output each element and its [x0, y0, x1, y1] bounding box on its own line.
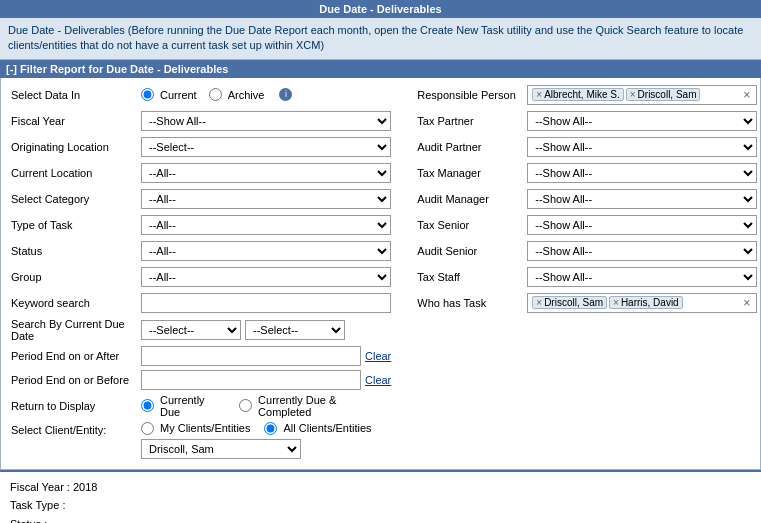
audit-partner-input[interactable]: --Show All-- [527, 137, 757, 157]
client-entity-select[interactable]: Driscoll, Sam [141, 439, 301, 459]
tax-manager-input[interactable]: --Show All-- [527, 163, 757, 183]
return-to-display-label: Return to Display [11, 400, 141, 412]
audit-senior-select[interactable]: --Show All-- [527, 241, 757, 261]
tax-partner-input[interactable]: --Show All-- [527, 111, 757, 131]
keyword-search-row: Keyword search [11, 292, 391, 314]
audit-manager-select[interactable]: --Show All-- [527, 189, 757, 209]
client-radio-row: My Clients/Entities All Clients/Entities [141, 422, 391, 435]
keyword-search-field[interactable] [141, 293, 391, 313]
tax-manager-label: Tax Manager [417, 167, 527, 179]
period-end-before-clear[interactable]: Clear [365, 374, 391, 386]
audit-senior-row: Audit Senior --Show All-- [417, 240, 757, 262]
who-has-task-tag-x-1[interactable]: × [536, 297, 542, 308]
info-fiscal-year: Fiscal Year : 2018 [10, 478, 751, 497]
period-end-before-label: Period End on or Before [11, 374, 141, 386]
originating-location-input[interactable]: --Select-- [141, 137, 391, 157]
current-location-select[interactable]: --All-- [141, 163, 391, 183]
select-category-input[interactable]: --All-- [141, 189, 391, 209]
filter-body: Select Data In Current Archive i [0, 78, 761, 470]
responsible-person-row: Responsible Person × Albrecht, Mike S. ×… [417, 84, 757, 106]
tax-senior-select[interactable]: --Show All-- [527, 215, 757, 235]
fiscal-year-select[interactable]: --Show All-- [141, 111, 391, 131]
who-has-task-label: Who has Task [417, 297, 527, 309]
originating-location-select[interactable]: --Select-- [141, 137, 391, 157]
period-end-before-field[interactable] [141, 370, 361, 390]
current-radio-label[interactable]: Current [141, 88, 197, 101]
period-end-after-field[interactable] [141, 346, 361, 366]
responsible-person-tagbox[interactable]: × Albrecht, Mike S. × Driscoll, Sam × [527, 85, 757, 105]
archive-info-icon[interactable]: i [279, 88, 292, 101]
fiscal-year-label: Fiscal Year [11, 115, 141, 127]
tax-senior-label: Tax Senior [417, 219, 527, 231]
period-end-after-clear[interactable]: Clear [365, 350, 391, 362]
return-to-display-row: Return to Display Currently Due Currentl… [11, 394, 391, 418]
audit-partner-row: Audit Partner --Show All-- [417, 136, 757, 158]
currently-due-completed-radio-text: Currently Due & Completed [258, 394, 391, 418]
info-bar: Due Date - Deliverables (Before running … [0, 18, 761, 60]
select-client-entity-label: Select Client/Entity: [11, 422, 141, 436]
who-has-task-tag-text-2: Harris, David [621, 297, 679, 308]
select-category-label: Select Category [11, 193, 141, 205]
my-clients-radio[interactable] [141, 422, 154, 435]
group-select[interactable]: --All-- [141, 267, 391, 287]
select-data-in-row: Select Data In Current Archive i [11, 84, 391, 106]
tax-partner-select[interactable]: --Show All-- [527, 111, 757, 131]
due-date-select-2[interactable]: --Select-- [245, 320, 345, 340]
tag-x-2[interactable]: × [630, 89, 636, 100]
title-bar: Due Date - Deliverables [0, 0, 761, 18]
group-row: Group --All-- [11, 266, 391, 288]
all-clients-radio-label[interactable]: All Clients/Entities [264, 422, 371, 435]
type-of-task-select[interactable]: --All-- [141, 215, 391, 235]
my-clients-radio-label[interactable]: My Clients/Entities [141, 422, 250, 435]
current-radio-text: Current [160, 89, 197, 101]
search-by-due-date-row: Search By Current Due Date --Select-- --… [11, 318, 391, 342]
current-radio[interactable] [141, 88, 154, 101]
status-select[interactable]: --All-- [141, 241, 391, 261]
select-data-in-inputs: Current Archive i [141, 88, 391, 101]
tax-senior-input[interactable]: --Show All-- [527, 215, 757, 235]
who-has-task-tag-x-2[interactable]: × [613, 297, 619, 308]
tag-text-1: Albrecht, Mike S. [544, 89, 620, 100]
currently-due-completed-radio-label[interactable]: Currently Due & Completed [239, 394, 391, 418]
type-of-task-input[interactable]: --All-- [141, 215, 391, 235]
keyword-search-input[interactable] [141, 293, 391, 313]
group-input[interactable]: --All-- [141, 267, 391, 287]
tax-senior-row: Tax Senior --Show All-- [417, 214, 757, 236]
client-select-row[interactable]: Driscoll, Sam [141, 439, 391, 459]
due-date-select-1[interactable]: --Select-- [141, 320, 241, 340]
type-of-task-label: Type of Task [11, 219, 141, 231]
currently-due-radio[interactable] [141, 399, 154, 412]
info-task-type: Task Type : [10, 496, 751, 515]
currently-due-completed-radio[interactable] [239, 399, 252, 412]
current-location-input[interactable]: --All-- [141, 163, 391, 183]
audit-senior-label: Audit Senior [417, 245, 527, 257]
filter-section-header: [-] Filter Report for Due Date - Deliver… [0, 60, 761, 78]
responsible-person-clear-all[interactable]: × [741, 88, 752, 102]
audit-manager-input[interactable]: --Show All-- [527, 189, 757, 209]
group-label: Group [11, 271, 141, 283]
select-data-in-label: Select Data In [11, 89, 141, 101]
all-clients-radio[interactable] [264, 422, 277, 435]
who-has-task-tagbox[interactable]: × Driscoll, Sam × Harris, David × [527, 293, 757, 313]
currently-due-radio-text: Currently Due [160, 394, 227, 418]
current-location-row: Current Location --All-- [11, 162, 391, 184]
archive-radio-label[interactable]: Archive [209, 88, 265, 101]
audit-senior-input[interactable]: --Show All-- [527, 241, 757, 261]
tax-staff-row: Tax Staff --Show All-- [417, 266, 757, 288]
select-category-select[interactable]: --All-- [141, 189, 391, 209]
tax-staff-select[interactable]: --Show All-- [527, 267, 757, 287]
period-end-before-row: Period End on or Before Clear [11, 370, 391, 390]
tax-manager-row: Tax Manager --Show All-- [417, 162, 757, 184]
who-has-task-clear-all[interactable]: × [741, 296, 752, 310]
status-input[interactable]: --All-- [141, 241, 391, 261]
tax-partner-label: Tax Partner [417, 115, 527, 127]
tax-staff-input[interactable]: --Show All-- [527, 267, 757, 287]
audit-partner-label: Audit Partner [417, 141, 527, 153]
fiscal-year-input[interactable]: --Show All-- [141, 111, 391, 131]
tag-x-1[interactable]: × [536, 89, 542, 100]
currently-due-radio-label[interactable]: Currently Due [141, 394, 227, 418]
tax-manager-select[interactable]: --Show All-- [527, 163, 757, 183]
responsible-person-label: Responsible Person [417, 89, 527, 101]
audit-partner-select[interactable]: --Show All-- [527, 137, 757, 157]
archive-radio[interactable] [209, 88, 222, 101]
